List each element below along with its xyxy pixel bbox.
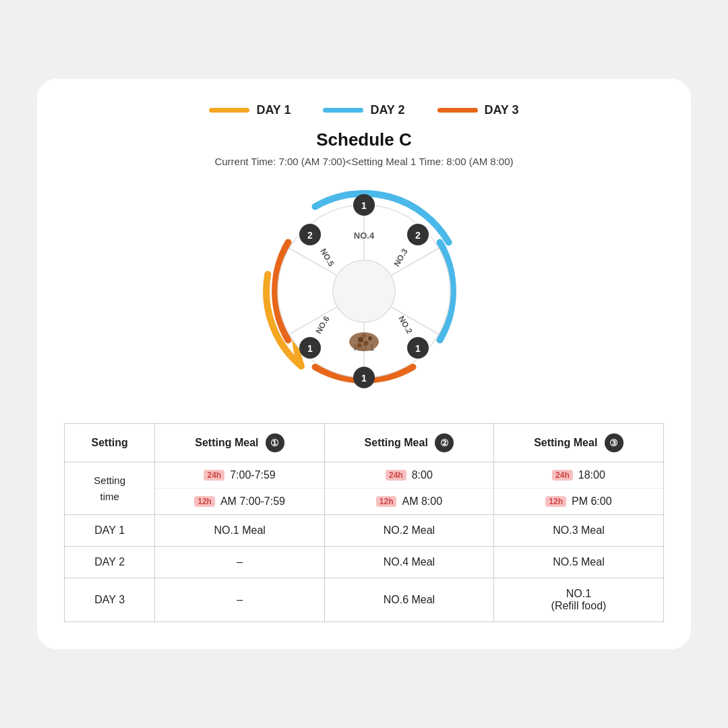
svg-text:1: 1 [361, 200, 367, 211]
td-day2-meal2: NO.4 Meal [324, 547, 493, 578]
legend-day2-label: DAY 2 [370, 103, 404, 117]
legend-day2-line [323, 108, 363, 113]
meal2-time-24h: 24h 8:00 [325, 462, 493, 489]
td-day3-meal3: NO.1(Refill food) [493, 578, 663, 622]
badge-12h-1: 12h [194, 496, 215, 507]
th-meal1: Setting Meal ① [155, 424, 325, 462]
td-meal1-time: 24h 7:00-7:59 12h AM 7:00-7:59 [155, 462, 325, 515]
meal3-time-inner: 24h 18:00 12h PM 6:00 [494, 462, 663, 514]
row-day3: DAY 3 – NO.6 Meal NO.1(Refill food) [65, 578, 664, 622]
td-day3-meal1: – [155, 578, 325, 622]
meal2-time-12h-value: AM 8:00 [402, 495, 442, 508]
svg-text:2: 2 [307, 230, 313, 241]
td-day1-label: DAY 1 [65, 515, 155, 547]
svg-text:1: 1 [361, 373, 367, 384]
legend-day1-line [209, 108, 249, 113]
legend-day1: DAY 1 [209, 103, 291, 117]
dial-wrapper: NO.1 NO.2 NO.3 NO.4 NO.5 NO.6 [64, 183, 664, 399]
meal1-badge: ① [266, 433, 284, 452]
meal1-time-24h-value: 7:00-7:59 [230, 469, 276, 481]
main-container: DAY 1 DAY 2 DAY 3 Schedule C Current Tim… [37, 79, 691, 649]
table-section: Setting Setting Meal ① Setting Meal ② Se… [64, 423, 664, 622]
badge-12h-3: 12h [545, 496, 566, 507]
td-day3-label: DAY 3 [65, 578, 155, 622]
td-meal2-time: 24h 8:00 12h AM 8:00 [324, 462, 493, 515]
td-day2-meal1: – [155, 547, 325, 578]
legend-day3: DAY 3 [437, 103, 519, 117]
svg-point-7 [333, 260, 395, 322]
svg-point-19 [362, 334, 367, 338]
meal3-time-24h-value: 18:00 [578, 469, 605, 481]
meal3-time-24h: 24h 18:00 [494, 462, 663, 489]
legend-day2: DAY 2 [323, 103, 404, 117]
row-day2: DAY 2 – NO.4 Meal NO.5 Meal [65, 547, 664, 578]
svg-text:1: 1 [415, 343, 421, 354]
legend-day3-label: DAY 3 [485, 103, 519, 117]
svg-point-17 [368, 336, 372, 340]
meal3-badge: ③ [605, 433, 624, 452]
svg-text:1: 1 [307, 343, 313, 354]
svg-point-15 [358, 337, 363, 342]
meal1-time-12h-value: AM 7:00-7:59 [220, 495, 285, 508]
td-day1-meal3: NO.3 Meal [493, 515, 663, 547]
row-day1: DAY 1 NO.1 Meal NO.2 Meal NO.3 Meal [65, 515, 664, 547]
th-meal3: Setting Meal ③ [493, 424, 663, 462]
badge-24h-2: 24h [386, 470, 406, 481]
meal2-time-24h-value: 8:00 [412, 469, 433, 481]
td-day3-meal2: NO.6 Meal [324, 578, 493, 622]
th-setting: Setting [65, 424, 155, 462]
svg-text:2: 2 [415, 230, 421, 241]
meal1-time-12h: 12h AM 7:00-7:59 [155, 489, 324, 514]
row-setting-time: Settingtime 24h 7:00-7:59 12h AM 7:00-7:… [65, 462, 664, 515]
legend-day1-label: DAY 1 [256, 103, 291, 117]
th-meal2: Setting Meal ② [324, 424, 493, 462]
badge-24h-3: 24h [552, 470, 573, 481]
svg-point-16 [364, 341, 369, 346]
schedule-title: Schedule C [64, 129, 664, 150]
td-day1-meal1: NO.1 Meal [155, 515, 325, 547]
legend: DAY 1 DAY 2 DAY 3 [64, 103, 664, 117]
svg-point-18 [357, 343, 361, 347]
td-day1-meal2: NO.2 Meal [324, 515, 493, 547]
meal1-time-inner: 24h 7:00-7:59 12h AM 7:00-7:59 [155, 462, 324, 514]
svg-text:NO.4: NO.4 [354, 231, 375, 241]
td-day2-meal3: NO.5 Meal [493, 547, 663, 578]
td-day2-label: DAY 2 [65, 547, 155, 578]
schedule-table: Setting Setting Meal ① Setting Meal ② Se… [64, 423, 664, 622]
dial-svg: NO.1 NO.2 NO.3 NO.4 NO.5 NO.6 [256, 183, 472, 399]
legend-day3-line [437, 108, 478, 113]
meal2-badge: ② [435, 433, 454, 452]
meal1-time-24h: 24h 7:00-7:59 [155, 462, 324, 489]
td-meal3-time: 24h 18:00 12h PM 6:00 [493, 462, 663, 515]
meal2-time-inner: 24h 8:00 12h AM 8:00 [325, 462, 493, 514]
badge-24h-1: 24h [204, 470, 224, 481]
dial-container: NO.1 NO.2 NO.3 NO.4 NO.5 NO.6 [256, 183, 472, 399]
schedule-subtitle: Current Time: 7:00 (AM 7:00)<Setting Mea… [64, 156, 664, 167]
meal2-time-12h: 12h AM 8:00 [325, 489, 493, 514]
badge-12h-2: 12h [376, 496, 397, 507]
meal3-time-12h-value: PM 6:00 [572, 495, 612, 508]
meal3-time-12h: 12h PM 6:00 [494, 489, 663, 514]
td-setting-time-label: Settingtime [65, 462, 155, 515]
